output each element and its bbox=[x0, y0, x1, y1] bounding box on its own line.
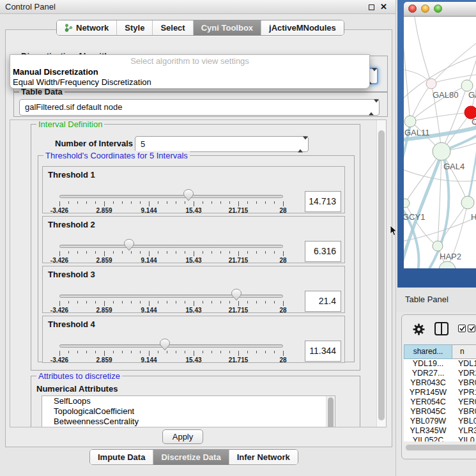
checkbox-icon[interactable] bbox=[468, 325, 475, 332]
table-row[interactable]: YBL079WYBL0 bbox=[404, 417, 476, 426]
table-row[interactable]: YDL19...YDL1 bbox=[404, 359, 476, 369]
dropdown-item-equal-width-frequency-discretization[interactable]: Equal Width/Frequency Discretization bbox=[10, 77, 369, 88]
tab-label: Network bbox=[76, 23, 109, 33]
vertical-scrollbar[interactable] bbox=[376, 120, 386, 427]
tick-label: -3.426 bbox=[50, 357, 68, 364]
tab-label: Cyni Toolbox bbox=[201, 23, 253, 33]
threshold-value-field[interactable]: 11.344 bbox=[305, 341, 341, 362]
tick-label: 21.715 bbox=[229, 307, 249, 314]
table-data-value: galFiltered.sif default node bbox=[25, 102, 122, 112]
tab-label: Impute Data bbox=[98, 452, 145, 462]
gear-icon[interactable] bbox=[413, 323, 425, 337]
tab-jactivemnodules[interactable]: jActiveMNodules bbox=[261, 20, 344, 35]
slider-track[interactable] bbox=[59, 295, 283, 298]
list-scrollbar-thumb[interactable] bbox=[328, 397, 334, 427]
threshold-box-1: Threshold 1 -3.4262.8599.14415.4321.7152… bbox=[42, 166, 345, 213]
slider-thumb[interactable] bbox=[231, 289, 242, 301]
network-node bbox=[426, 79, 436, 89]
scrollbar-thumb[interactable] bbox=[378, 130, 385, 420]
control-panel-window: Control Panel ✕ NetworkStyleSelectCyni T… bbox=[0, 0, 396, 476]
tab-label: Style bbox=[125, 23, 144, 33]
table-data-combobox[interactable]: galFiltered.sif default node bbox=[19, 99, 380, 116]
column-header-n[interactable]: n bbox=[452, 344, 476, 359]
bottom-tab-bar: Impute DataDiscretize DataInfer Network bbox=[89, 449, 298, 465]
tab-infer-network[interactable]: Infer Network bbox=[229, 450, 298, 464]
node-label: GAL11 bbox=[404, 128, 430, 137]
checkbox-icon[interactable] bbox=[458, 325, 466, 332]
tab-select[interactable]: Select bbox=[153, 20, 193, 35]
list-scrollbar[interactable] bbox=[326, 396, 335, 427]
tick-label: 28 bbox=[279, 307, 286, 314]
tab-network[interactable]: Network bbox=[57, 20, 117, 35]
attribute-item-selfloops[interactable]: SelfLoops bbox=[42, 396, 335, 406]
slider-thumb[interactable] bbox=[160, 339, 170, 351]
horizontal-scrollbar[interactable] bbox=[404, 444, 476, 452]
slider-track[interactable] bbox=[59, 195, 283, 198]
tick-label: 2.859 bbox=[96, 257, 112, 264]
tick-label: 9.144 bbox=[141, 257, 157, 264]
threshold-value-field[interactable]: 14.713 bbox=[305, 191, 341, 212]
settings-scroll-area: Interval Definition Number of Intervals … bbox=[10, 119, 387, 427]
tab-cyni-toolbox[interactable]: Cyni Toolbox bbox=[194, 20, 261, 35]
table-panel: shared...n YDL19...YDL1YDR27...YDR2YBR04… bbox=[401, 314, 476, 459]
table-row[interactable]: YPR145WYPR1 bbox=[404, 388, 476, 397]
slider-track[interactable] bbox=[59, 344, 283, 348]
slider-ticks bbox=[59, 251, 283, 257]
slider-thumb[interactable] bbox=[183, 189, 194, 201]
tab-discretize-data[interactable]: Discretize Data bbox=[153, 450, 229, 464]
numerical-attributes-list[interactable]: SelfLoopsTopologicalCoefficientBetweenne… bbox=[42, 395, 335, 427]
tick-label: 2.859 bbox=[96, 207, 112, 214]
minimize-traffic-light-icon[interactable] bbox=[421, 4, 429, 13]
table-row[interactable]: YBR045CYBR0 bbox=[404, 407, 476, 417]
network-window-titlebar bbox=[404, 2, 476, 17]
node-label: GCY1 bbox=[404, 212, 425, 222]
table-rows: YDL19...YDL1YDR27...YDR2YBR043CYBR0YPR14… bbox=[404, 359, 476, 441]
table-row[interactable]: YDR27...YDR2 bbox=[404, 369, 476, 378]
zoom-traffic-light-icon[interactable] bbox=[434, 4, 442, 13]
number-of-intervals-combobox[interactable]: 5 bbox=[135, 136, 309, 152]
slider-ticks bbox=[59, 201, 283, 207]
tick-label: 2.859 bbox=[96, 357, 112, 364]
slider-tick-labels: -3.4262.8599.14415.4321.71528 bbox=[59, 357, 283, 364]
threshold-value-field[interactable]: 21.4 bbox=[305, 291, 341, 312]
close-icon[interactable]: ✕ bbox=[380, 2, 387, 12]
network-node bbox=[404, 199, 410, 208]
slider-ticks bbox=[59, 351, 283, 357]
dropdown-item-manual-discretization[interactable]: Manual Discretization bbox=[10, 67, 369, 77]
tick-label: 28 bbox=[279, 257, 286, 264]
column-header-shared[interactable]: shared... bbox=[404, 344, 452, 359]
table-header-row: shared...n bbox=[404, 344, 476, 359]
network-canvas[interactable]: GAL80GACGAL11GAL4GCY1HHAP2 bbox=[404, 17, 476, 268]
node-label: GA bbox=[468, 90, 476, 100]
table-row[interactable]: YLR345WYLR3 bbox=[404, 426, 476, 436]
threshold-value-field[interactable]: 6.316 bbox=[305, 241, 341, 262]
node-label: C bbox=[472, 117, 476, 127]
attributes-group-title: Attributes to discretize bbox=[36, 371, 122, 381]
slider-track[interactable] bbox=[59, 245, 283, 248]
tab-impute-data[interactable]: Impute Data bbox=[90, 450, 153, 464]
slider-thumb[interactable] bbox=[124, 239, 134, 251]
attributes-group: Attributes to discretize Numerical Attri… bbox=[31, 376, 360, 427]
horizontal-scrollbar-thumb[interactable] bbox=[406, 445, 476, 450]
slider-tick-labels: -3.4262.8599.14415.4321.71528 bbox=[59, 257, 283, 265]
float-window-icon[interactable] bbox=[369, 4, 374, 10]
tick-label: -3.426 bbox=[50, 257, 68, 264]
attribute-item-betweennesscentrality[interactable]: BetweennessCentrality bbox=[42, 417, 335, 427]
network-icon bbox=[65, 24, 73, 33]
tab-label: Select bbox=[160, 23, 185, 33]
split-panel-icon[interactable] bbox=[434, 322, 449, 335]
combo-stepper-icon bbox=[298, 137, 304, 151]
table-row[interactable]: YBR043CYBR0 bbox=[404, 378, 476, 388]
close-traffic-light-icon[interactable] bbox=[408, 4, 417, 13]
network-graph[interactable]: GAL80GACGAL11GAL4GCY1HHAP2 bbox=[404, 17, 476, 268]
table-panel-toolbar bbox=[402, 315, 476, 343]
attribute-item-topologicalcoefficient[interactable]: TopologicalCoefficient bbox=[42, 406, 335, 417]
slider-ticks bbox=[59, 301, 283, 307]
table-row[interactable]: YIL052CYIL0 bbox=[404, 436, 476, 441]
table-row[interactable]: YER054CYER0 bbox=[404, 397, 476, 407]
tab-style[interactable]: Style bbox=[117, 20, 153, 35]
cyni-toolbox-panel: Discretization Algorithm Select algorith… bbox=[5, 29, 392, 447]
apply-button[interactable]: Apply bbox=[162, 429, 203, 444]
table-panel-header: Table Panel bbox=[396, 288, 476, 312]
threshold-box-2: Threshold 2 -3.4262.8599.14415.4321.7152… bbox=[42, 216, 345, 263]
